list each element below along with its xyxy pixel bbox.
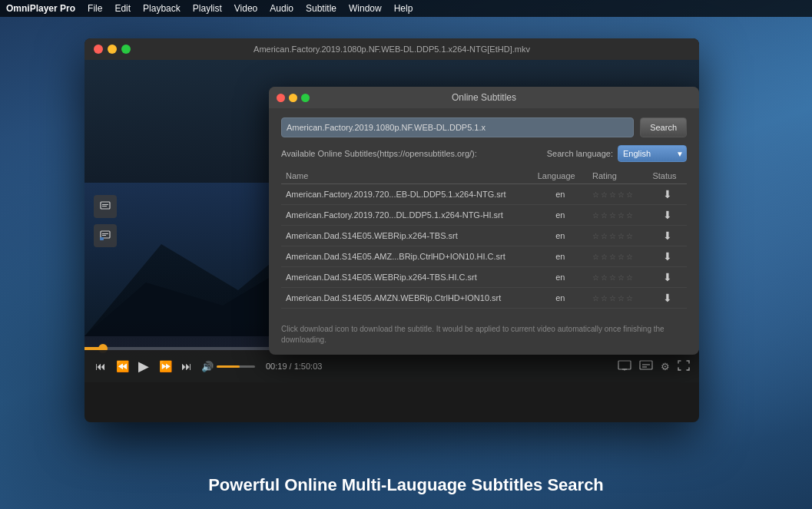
controls-bar: ⏮ ⏪ ▶ ⏩ ⏭ 🔊 00:19 / 1:50:03 ⚙: [85, 350, 699, 382]
search-row: Search: [281, 117, 687, 137]
subtitle-download[interactable]: ⬇: [648, 246, 687, 267]
minimize-button[interactable]: [108, 45, 117, 54]
svg-rect-5: [102, 206, 107, 207]
video-area[interactable]: DECEMBER 23, 2008 GIF ⏮: [85, 60, 699, 382]
monitor-icon[interactable]: [618, 360, 631, 373]
player-titlebar: American.Factory.2019.1080p.NF.WEB-DL.DD…: [85, 38, 699, 60]
subtitle-table: Name Language Rating Status American.Fac…: [281, 168, 687, 309]
subtitle-language: en: [533, 184, 588, 205]
maximize-button[interactable]: [121, 45, 131, 54]
table-row: American.Factory.2019.720...EB-DL.DDP5.1…: [281, 184, 687, 205]
menu-audio[interactable]: Audio: [270, 3, 293, 14]
subtitle-btn-1[interactable]: [94, 195, 117, 218]
subtitle-language: en: [533, 267, 588, 288]
col-header-name: Name: [281, 168, 533, 184]
table-row: American.Dad.S14E05.AMZN.WEBRip.CtrlHD+I…: [281, 288, 687, 309]
table-row: American.Factory.2019.720...DL.DDP5.1.x2…: [281, 205, 687, 226]
menu-file[interactable]: File: [88, 3, 102, 14]
language-dropdown-wrapper: English French Spanish German Chinese ▼: [618, 145, 687, 162]
player-title: American.Factory.2019.1080p.NF.WEB-DL.DD…: [254, 45, 530, 54]
svg-rect-8: [102, 235, 106, 236]
subtitle-rating: ☆☆☆☆☆: [588, 267, 648, 288]
volume-bar[interactable]: [217, 365, 255, 368]
subtitles-icon[interactable]: [639, 360, 653, 373]
app-name[interactable]: OmniPlayer Pro: [6, 3, 75, 14]
subtitle-language: en: [533, 205, 588, 226]
dialog-maximize-btn[interactable]: [301, 94, 310, 102]
fullscreen-icon[interactable]: [678, 360, 690, 373]
close-button[interactable]: [94, 45, 103, 54]
subtitle-name: American.Dad.S14E05.WEBRip.x264-TBS.HI.C…: [281, 267, 533, 288]
search-button[interactable]: Search: [640, 117, 687, 137]
subtitle-name: American.Dad.S14E05.WEBRip.x264-TBS.srt: [281, 226, 533, 246]
controls-right: ⚙: [618, 360, 690, 373]
col-header-status: Status: [648, 168, 687, 184]
menu-video[interactable]: Video: [234, 3, 257, 14]
search-input[interactable]: [281, 117, 634, 137]
menubar: OmniPlayer Pro File Edit Playback Playli…: [0, 0, 812, 17]
dialog-close-btn[interactable]: [277, 94, 285, 102]
subtitle-download[interactable]: ⬇: [648, 205, 687, 226]
dialog-traffic-lights: [277, 94, 310, 102]
subtitle-download[interactable]: ⬇: [648, 288, 687, 309]
subtitle-name: American.Dad.S14E05.AMZN.WEBRip.CtrlHD+I…: [281, 288, 533, 309]
subtitle-rating: ☆☆☆☆☆: [588, 226, 648, 246]
col-header-rating: Rating: [588, 168, 648, 184]
language-label: Search language:: [547, 149, 613, 158]
subtitle-dialog: Online Subtitles Search Available Online…: [269, 87, 699, 355]
dialog-title: Online Subtitles: [452, 92, 516, 103]
menu-playback[interactable]: Playback: [143, 3, 181, 14]
subtitle-rating: ☆☆☆☆☆: [588, 288, 648, 309]
menu-subtitle[interactable]: Subtitle: [306, 3, 336, 14]
dialog-titlebar: Online Subtitles: [269, 87, 699, 108]
col-header-language: Language: [533, 168, 588, 184]
menu-playlist[interactable]: Playlist: [193, 3, 222, 14]
volume-fill: [217, 365, 240, 368]
headline: Powerful Online Multi-Lauguage Subtitles…: [0, 475, 812, 495]
skip-to-start-btn[interactable]: ⏮: [94, 360, 108, 372]
subtitle-download[interactable]: ⬇: [648, 226, 687, 246]
dialog-body: Search Available Online Subtitles(https:…: [269, 108, 699, 318]
subtitle-language: en: [533, 226, 588, 246]
language-select-group: Search language: English French Spanish …: [547, 145, 687, 162]
svg-rect-9: [100, 237, 104, 240]
volume-control[interactable]: 🔊: [201, 361, 255, 372]
dialog-minimize-btn[interactable]: [289, 94, 297, 102]
play-btn[interactable]: ▶: [137, 358, 151, 375]
menu-window[interactable]: Window: [349, 3, 382, 14]
subtitle-download[interactable]: ⬇: [648, 184, 687, 205]
fast-forward-btn[interactable]: ⏩: [158, 360, 172, 372]
svg-rect-4: [102, 204, 108, 205]
language-row: Available Online Subtitles(https://opens…: [281, 145, 687, 162]
table-row: American.Dad.S14E05.WEBRip.x264-TBS.HI.C…: [281, 267, 687, 288]
menu-help[interactable]: Help: [394, 3, 413, 14]
subtitle-name: American.Dad.S14E05.AMZ...BRip.CtrlHD+IO…: [281, 246, 533, 267]
volume-icon: 🔊: [201, 361, 214, 372]
menu-edit[interactable]: Edit: [114, 3, 131, 14]
subtitle-name: American.Factory.2019.720...DL.DDP5.1.x2…: [281, 205, 533, 226]
subtitle-name: American.Factory.2019.720...EB-DL.DDP5.1…: [281, 184, 533, 205]
subtitle-rating: ☆☆☆☆☆: [588, 184, 648, 205]
svg-rect-3: [101, 202, 110, 209]
language-select[interactable]: English French Spanish German Chinese: [618, 145, 687, 162]
player-window: American.Factory.2019.1080p.NF.WEB-DL.DD…: [85, 38, 699, 422]
subtitle-language: en: [533, 246, 588, 267]
subtitle-btn-2[interactable]: [94, 224, 117, 247]
table-row: American.Dad.S14E05.WEBRip.x264-TBS.srt …: [281, 226, 687, 246]
settings-icon[interactable]: ⚙: [661, 361, 670, 372]
svg-rect-7: [102, 233, 108, 234]
svg-rect-14: [618, 361, 631, 369]
svg-rect-6: [101, 231, 110, 238]
time-display: 00:19 / 1:50:03: [266, 362, 322, 371]
rewind-btn[interactable]: ⏪: [115, 360, 129, 372]
subtitle-download[interactable]: ⬇: [648, 267, 687, 288]
table-row: American.Dad.S14E05.AMZ...BRip.CtrlHD+IO…: [281, 246, 687, 267]
subtitle-rating: ☆☆☆☆☆: [588, 246, 648, 267]
traffic-lights: [94, 45, 131, 54]
skip-to-end-btn[interactable]: ⏭: [180, 360, 194, 372]
subtitle-rating: ☆☆☆☆☆: [588, 205, 648, 226]
subtitle-language: en: [533, 288, 588, 309]
available-label: Available Online Subtitles(https://opens…: [281, 149, 477, 158]
dialog-footer: Click download icon to download the subt…: [269, 318, 699, 355]
side-buttons-left: [94, 195, 117, 247]
